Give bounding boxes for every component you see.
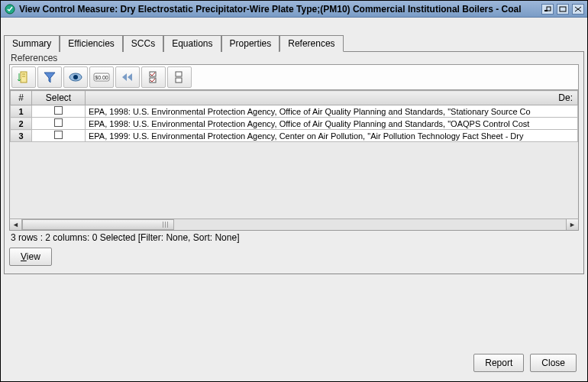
scroll-track[interactable] [22, 219, 566, 230]
table-row[interactable]: 2 EPA, 1998: U.S. Environmental Protecti… [11, 118, 578, 130]
table-row[interactable]: 1 EPA, 1998: U.S. Environmental Protecti… [11, 105, 578, 118]
table-row[interactable]: 3 EPA, 1999: U.S. Environmental Protecti… [11, 130, 578, 142]
references-panel: References $0.00 # Select De: [4, 51, 584, 274]
tab-summary[interactable]: Summary [4, 35, 60, 52]
deselect-all-icon[interactable] [167, 66, 192, 88]
tab-references[interactable]: References [279, 35, 343, 52]
close-button[interactable]: Close [530, 354, 577, 372]
close-icon[interactable] [572, 4, 584, 15]
bottom-bar: Report Close [4, 347, 584, 378]
select-all-icon[interactable] [141, 66, 166, 88]
scroll-right-icon[interactable]: ► [566, 219, 578, 230]
table-empty-area [9, 142, 579, 219]
first-icon[interactable] [115, 66, 140, 88]
table-toolbar: $0.00 [9, 64, 579, 90]
window-title: View Control Measure: Dry Electrostatic … [19, 4, 541, 15]
report-button[interactable]: Report [473, 354, 524, 372]
view-button[interactable]: View [9, 248, 52, 266]
tab-row: Summary Efficiencies SCCs Equations Prop… [4, 34, 584, 51]
row-number: 2 [11, 118, 32, 130]
row-checkbox[interactable] [54, 106, 63, 115]
filter-icon[interactable] [37, 66, 62, 88]
tab-equations[interactable]: Equations [163, 35, 221, 52]
sort-icon[interactable] [11, 66, 36, 88]
svg-rect-6 [21, 72, 27, 83]
maximize-icon[interactable] [557, 4, 569, 15]
row-description: EPA, 1998: U.S. Environmental Protection… [86, 105, 578, 118]
svg-text:$0.00: $0.00 [95, 75, 108, 80]
col-rownum[interactable]: # [11, 91, 32, 105]
tab-sccs[interactable]: SCCs [123, 35, 163, 52]
format-icon[interactable]: $0.00 [89, 66, 114, 88]
fieldset-label: References [9, 53, 59, 63]
scroll-left-icon[interactable]: ◄ [10, 219, 22, 230]
show-hide-icon[interactable] [63, 66, 88, 88]
table-status: 3 rows : 2 columns: 0 Selected [Filter: … [9, 231, 579, 244]
row-number: 3 [11, 130, 32, 142]
tab-efficiencies[interactable]: Efficiencies [60, 35, 122, 52]
scroll-thumb[interactable] [22, 219, 174, 230]
svg-rect-15 [176, 72, 182, 76]
titlebar: View Control Measure: Dry Electrostatic … [1, 1, 587, 18]
row-description: EPA, 1999: U.S. Environmental Protection… [86, 130, 578, 142]
app-icon [4, 3, 16, 15]
row-number: 1 [11, 105, 32, 118]
svg-rect-3 [560, 7, 566, 11]
col-description[interactable]: De: [86, 91, 578, 105]
tab-properties[interactable]: Properties [221, 35, 280, 52]
row-checkbox[interactable] [54, 131, 63, 139]
svg-point-10 [73, 75, 78, 79]
svg-rect-16 [176, 78, 182, 83]
references-table: # Select De: 1 EPA, 1998: U.S. Environme… [9, 90, 579, 142]
minimize-icon[interactable] [541, 4, 554, 15]
row-description: EPA, 1998: U.S. Environmental Protection… [86, 118, 578, 130]
row-checkbox[interactable] [54, 118, 63, 127]
col-select[interactable]: Select [32, 91, 86, 105]
horizontal-scrollbar[interactable]: ◄ ► [9, 219, 579, 231]
